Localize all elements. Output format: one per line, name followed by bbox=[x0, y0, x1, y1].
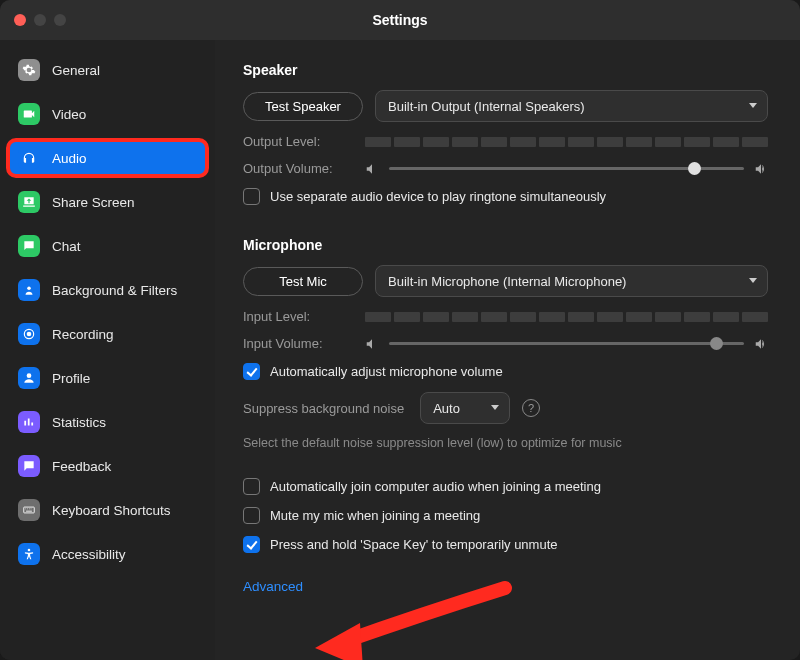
test-speaker-button[interactable]: Test Speaker bbox=[243, 92, 363, 121]
sidebar-item-label: General bbox=[52, 63, 100, 78]
auto-adjust-mic-checkbox[interactable] bbox=[243, 363, 260, 380]
titlebar: Settings bbox=[0, 0, 800, 40]
zoom-window-button[interactable] bbox=[54, 14, 66, 26]
input-level-label: Input Level: bbox=[243, 309, 353, 324]
volume-low-icon bbox=[365, 162, 379, 176]
feedback-icon bbox=[18, 455, 40, 477]
sidebar-item-label: Recording bbox=[52, 327, 114, 342]
suppress-noise-help-text: Select the default noise suppression lev… bbox=[243, 436, 768, 450]
sidebar-item-profile[interactable]: Profile bbox=[8, 360, 207, 396]
settings-sidebar: GeneralVideoAudioShare ScreenChatBackgro… bbox=[0, 40, 215, 660]
input-volume-label: Input Volume: bbox=[243, 336, 353, 351]
push-to-talk-checkbox[interactable] bbox=[243, 536, 260, 553]
mute-on-join-label: Mute my mic when joining a meeting bbox=[270, 508, 480, 523]
auto-join-audio-checkbox[interactable] bbox=[243, 478, 260, 495]
svg-point-0 bbox=[27, 287, 31, 291]
sidebar-item-video[interactable]: Video bbox=[8, 96, 207, 132]
sidebar-item-share-screen[interactable]: Share Screen bbox=[8, 184, 207, 220]
sidebar-item-background-filters[interactable]: Background & Filters bbox=[8, 272, 207, 308]
push-to-talk-label: Press and hold 'Space Key' to temporaril… bbox=[270, 537, 558, 552]
svg-rect-4 bbox=[24, 507, 35, 513]
separate-ringtone-checkbox[interactable] bbox=[243, 188, 260, 205]
stats-icon bbox=[18, 411, 40, 433]
suppress-noise-dropdown[interactable]: Auto bbox=[420, 392, 510, 424]
auto-adjust-mic-label: Automatically adjust microphone volume bbox=[270, 364, 503, 379]
svg-point-2 bbox=[27, 332, 32, 337]
sidebar-item-statistics[interactable]: Statistics bbox=[8, 404, 207, 440]
sidebar-item-keyboard-shortcuts[interactable]: Keyboard Shortcuts bbox=[8, 492, 207, 528]
speaker-heading: Speaker bbox=[243, 62, 768, 78]
sidebar-item-audio[interactable]: Audio bbox=[8, 140, 207, 176]
sidebar-item-label: Profile bbox=[52, 371, 90, 386]
annotation-arrow bbox=[315, 578, 515, 660]
keyboard-icon bbox=[18, 499, 40, 521]
output-level-meter bbox=[365, 137, 768, 147]
headphones-icon bbox=[18, 147, 40, 169]
svg-marker-6 bbox=[315, 623, 363, 660]
volume-high-icon bbox=[754, 162, 768, 176]
volume-low-icon bbox=[365, 337, 379, 351]
sidebar-item-label: Feedback bbox=[52, 459, 111, 474]
sidebar-item-label: Statistics bbox=[52, 415, 106, 430]
volume-high-icon bbox=[754, 337, 768, 351]
test-mic-button[interactable]: Test Mic bbox=[243, 267, 363, 296]
auto-join-audio-label: Automatically join computer audio when j… bbox=[270, 479, 601, 494]
mic-device-dropdown[interactable]: Built-in Microphone (Internal Microphone… bbox=[375, 265, 768, 297]
svg-point-5 bbox=[28, 549, 31, 552]
user-bg-icon bbox=[18, 279, 40, 301]
window-title: Settings bbox=[0, 12, 800, 28]
sidebar-item-recording[interactable]: Recording bbox=[8, 316, 207, 352]
settings-content: Speaker Test Speaker Built-in Output (In… bbox=[215, 40, 800, 660]
sidebar-item-label: Video bbox=[52, 107, 86, 122]
close-window-button[interactable] bbox=[14, 14, 26, 26]
video-icon bbox=[18, 103, 40, 125]
help-icon[interactable]: ? bbox=[522, 399, 540, 417]
output-volume-slider[interactable] bbox=[365, 162, 768, 176]
sidebar-item-label: Share Screen bbox=[52, 195, 135, 210]
sidebar-item-chat[interactable]: Chat bbox=[8, 228, 207, 264]
record-icon bbox=[18, 323, 40, 345]
input-volume-slider[interactable] bbox=[365, 337, 768, 351]
advanced-link[interactable]: Advanced bbox=[243, 579, 303, 594]
profile-icon bbox=[18, 367, 40, 389]
input-level-meter bbox=[365, 312, 768, 322]
mute-on-join-checkbox[interactable] bbox=[243, 507, 260, 524]
microphone-heading: Microphone bbox=[243, 237, 768, 253]
output-level-label: Output Level: bbox=[243, 134, 353, 149]
speaker-device-dropdown[interactable]: Built-in Output (Internal Speakers) bbox=[375, 90, 768, 122]
sidebar-item-feedback[interactable]: Feedback bbox=[8, 448, 207, 484]
output-volume-label: Output Volume: bbox=[243, 161, 353, 176]
chat-icon bbox=[18, 235, 40, 257]
share-icon bbox=[18, 191, 40, 213]
sidebar-item-label: Background & Filters bbox=[52, 283, 177, 298]
sidebar-item-label: Chat bbox=[52, 239, 81, 254]
sidebar-item-accessibility[interactable]: Accessibility bbox=[8, 536, 207, 572]
accessibility-icon bbox=[18, 543, 40, 565]
gear-icon bbox=[18, 59, 40, 81]
sidebar-item-general[interactable]: General bbox=[8, 52, 207, 88]
separate-ringtone-label: Use separate audio device to play ringto… bbox=[270, 189, 606, 204]
sidebar-item-label: Accessibility bbox=[52, 547, 126, 562]
sidebar-item-label: Keyboard Shortcuts bbox=[52, 503, 171, 518]
svg-point-3 bbox=[27, 373, 32, 378]
suppress-noise-label: Suppress background noise bbox=[243, 401, 404, 416]
minimize-window-button[interactable] bbox=[34, 14, 46, 26]
sidebar-item-label: Audio bbox=[52, 151, 87, 166]
